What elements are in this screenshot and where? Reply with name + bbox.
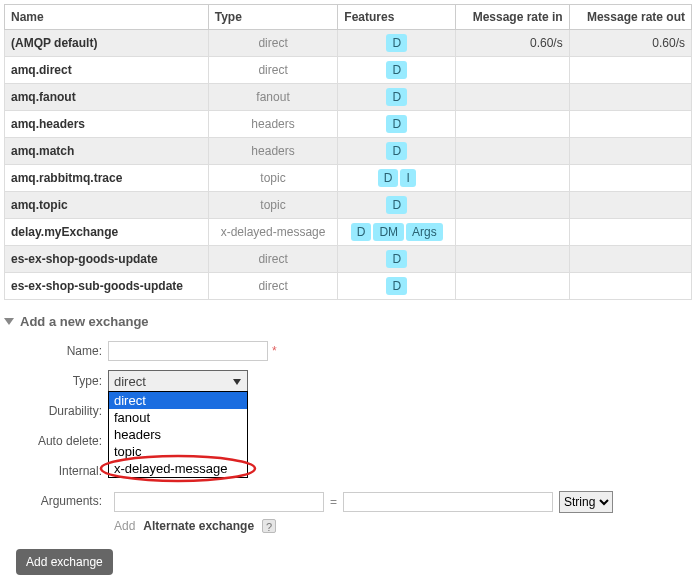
table-row: es-ex-shop-sub-goods-updatedirectD bbox=[5, 273, 692, 300]
type-select-dropdown[interactable]: directfanoutheaderstopicx-delayed-messag… bbox=[108, 391, 248, 478]
rate-out bbox=[569, 138, 691, 165]
argument-value-input[interactable] bbox=[343, 492, 553, 512]
rate-out bbox=[569, 165, 691, 192]
exchange-name[interactable]: es-ex-shop-sub-goods-update bbox=[5, 273, 209, 300]
exchange-type: headers bbox=[208, 138, 338, 165]
add-exchange-section-toggle[interactable]: Add a new exchange bbox=[4, 314, 692, 329]
exchange-features: DDMArgs bbox=[338, 219, 456, 246]
table-row: amq.fanoutfanoutD bbox=[5, 84, 692, 111]
rate-out: 0.60/s bbox=[569, 30, 691, 57]
table-row: amq.matchheadersD bbox=[5, 138, 692, 165]
exchange-type: direct bbox=[208, 57, 338, 84]
exchange-name[interactable]: amq.match bbox=[5, 138, 209, 165]
exchange-features: D bbox=[338, 84, 456, 111]
rate-out bbox=[569, 273, 691, 300]
argument-key-input[interactable] bbox=[114, 492, 324, 512]
internal-label: Internal: bbox=[10, 464, 108, 478]
rate-in bbox=[456, 246, 569, 273]
arguments-label: Arguments: bbox=[10, 494, 108, 508]
rate-out bbox=[569, 192, 691, 219]
exchange-name[interactable]: amq.topic bbox=[5, 192, 209, 219]
add-argument-link[interactable]: Add bbox=[114, 519, 135, 533]
type-option[interactable]: topic bbox=[109, 443, 247, 460]
rate-in bbox=[456, 84, 569, 111]
feature-badge: D bbox=[351, 223, 372, 241]
col-rate-in[interactable]: Message rate in bbox=[456, 5, 569, 30]
exchange-features: DI bbox=[338, 165, 456, 192]
exchange-type: x-delayed-message bbox=[208, 219, 338, 246]
add-exchange-button[interactable]: Add exchange bbox=[16, 549, 113, 575]
feature-badge: D bbox=[386, 61, 407, 79]
feature-badge: D bbox=[386, 250, 407, 268]
type-option[interactable]: direct bbox=[109, 392, 247, 409]
exchanges-table: Name Type Features Message rate in Messa… bbox=[4, 4, 692, 300]
auto-delete-label: Auto delete: bbox=[10, 434, 108, 448]
feature-badge: D bbox=[386, 277, 407, 295]
exchange-type: direct bbox=[208, 30, 338, 57]
exchange-name[interactable]: amq.headers bbox=[5, 111, 209, 138]
exchange-name[interactable]: (AMQP default) bbox=[5, 30, 209, 57]
type-option[interactable]: fanout bbox=[109, 409, 247, 426]
type-select-value: direct bbox=[114, 374, 146, 389]
col-rate-out[interactable]: Message rate out bbox=[569, 5, 691, 30]
rate-in bbox=[456, 111, 569, 138]
table-row: amq.headersheadersD bbox=[5, 111, 692, 138]
alternate-exchange-link[interactable]: Alternate exchange bbox=[143, 519, 254, 533]
rate-in: 0.60/s bbox=[456, 30, 569, 57]
exchange-features: D bbox=[338, 30, 456, 57]
feature-badge: D bbox=[386, 115, 407, 133]
required-marker: * bbox=[272, 344, 277, 358]
feature-badge: Args bbox=[406, 223, 443, 241]
section-title: Add a new exchange bbox=[20, 314, 149, 329]
exchange-name[interactable]: delay.myExchange bbox=[5, 219, 209, 246]
rate-in bbox=[456, 273, 569, 300]
type-label: Type: bbox=[10, 374, 108, 388]
table-row: (AMQP default)directD0.60/s0.60/s bbox=[5, 30, 692, 57]
add-exchange-form: Name: * Type: direct directfanoutheaders… bbox=[10, 339, 692, 575]
feature-badge: D bbox=[386, 34, 407, 52]
rate-out bbox=[569, 219, 691, 246]
exchange-name[interactable]: es-ex-shop-goods-update bbox=[5, 246, 209, 273]
table-row: amq.topictopicD bbox=[5, 192, 692, 219]
name-input[interactable] bbox=[108, 341, 268, 361]
exchange-features: D bbox=[338, 246, 456, 273]
exchange-name[interactable]: amq.rabbitmq.trace bbox=[5, 165, 209, 192]
exchange-type: topic bbox=[208, 192, 338, 219]
rate-in bbox=[456, 57, 569, 84]
feature-badge: I bbox=[400, 169, 415, 187]
equals-sign: = bbox=[330, 495, 337, 509]
col-features: Features bbox=[338, 5, 456, 30]
type-select[interactable]: direct bbox=[108, 370, 248, 392]
feature-badge: D bbox=[386, 88, 407, 106]
exchange-features: D bbox=[338, 57, 456, 84]
help-icon[interactable]: ? bbox=[262, 519, 276, 533]
exchange-features: D bbox=[338, 273, 456, 300]
rate-out bbox=[569, 111, 691, 138]
col-name[interactable]: Name bbox=[5, 5, 209, 30]
exchange-type: direct bbox=[208, 273, 338, 300]
exchange-features: D bbox=[338, 192, 456, 219]
rate-in bbox=[456, 138, 569, 165]
feature-badge: DM bbox=[373, 223, 404, 241]
rate-in bbox=[456, 165, 569, 192]
rate-in bbox=[456, 192, 569, 219]
feature-badge: D bbox=[386, 142, 407, 160]
exchange-name[interactable]: amq.fanout bbox=[5, 84, 209, 111]
col-type[interactable]: Type bbox=[208, 5, 338, 30]
exchange-features: D bbox=[338, 138, 456, 165]
exchange-type: headers bbox=[208, 111, 338, 138]
type-option[interactable]: x-delayed-message bbox=[109, 460, 247, 477]
table-row: delay.myExchangex-delayed-messageDDMArgs bbox=[5, 219, 692, 246]
exchange-type: direct bbox=[208, 246, 338, 273]
rate-in bbox=[456, 219, 569, 246]
rate-out bbox=[569, 57, 691, 84]
exchange-features: D bbox=[338, 111, 456, 138]
exchange-type: topic bbox=[208, 165, 338, 192]
type-option[interactable]: headers bbox=[109, 426, 247, 443]
feature-badge: D bbox=[378, 169, 399, 187]
chevron-down-icon bbox=[4, 318, 14, 325]
argument-type-select[interactable]: String bbox=[559, 491, 613, 513]
name-label: Name: bbox=[10, 344, 108, 358]
exchange-name[interactable]: amq.direct bbox=[5, 57, 209, 84]
table-row: amq.rabbitmq.tracetopicDI bbox=[5, 165, 692, 192]
